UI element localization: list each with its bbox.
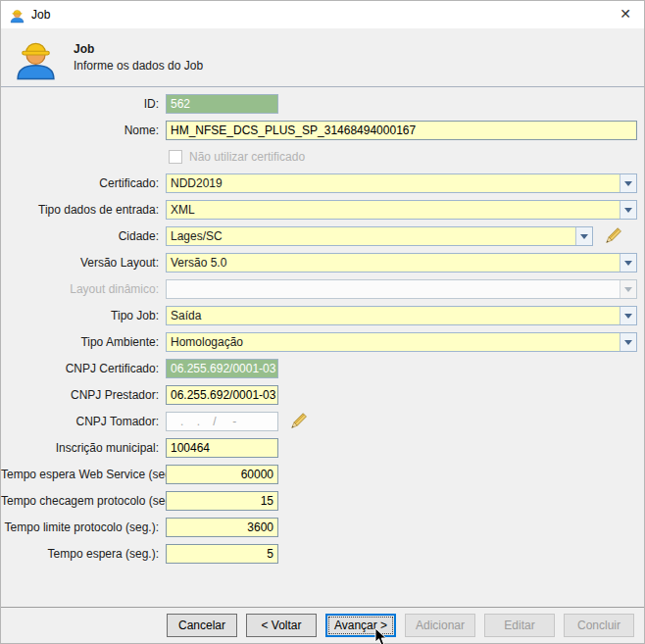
tempo-espera-input[interactable]: 5 xyxy=(166,544,278,564)
cidade-label: Cidade: xyxy=(1,229,166,243)
id-value: 562 xyxy=(171,97,190,111)
tempo-checagem-value: 15 xyxy=(171,494,273,508)
form-row-tempo-espera-ws: Tempo espera Web Service (seg.): 60000 xyxy=(1,465,644,484)
tipo-job-value: Saída xyxy=(171,309,201,322)
nao-utilizar-certificado-checkbox xyxy=(169,150,182,164)
job-form: ID: 562 Nome: HM_NFSE_DCS_PLUS_SP_314684… xyxy=(1,87,644,564)
tempo-espera-ws-label: Tempo espera Web Service (seg.): xyxy=(1,468,166,481)
form-row-cnpj-certificado: CNPJ Certificado: 06.255.692/0001-03 xyxy=(1,359,644,378)
job-dialog: Job ✕ Job Informe os dados do Job ID: 56… xyxy=(0,0,645,644)
chevron-down-icon[interactable] xyxy=(620,254,636,272)
form-row-tipo-dados: Tipo dados de entrada: XML xyxy=(1,200,644,220)
wizard-header: Job Informe os dados do Job xyxy=(1,28,644,87)
cancel-button[interactable]: Cancelar xyxy=(167,614,237,637)
chevron-down-icon[interactable] xyxy=(620,333,636,351)
cnpj-tomador-label: CNPJ Tomador: xyxy=(1,415,166,428)
form-row-cnpj-prestador: CNPJ Prestador: 06.255.692/0001-03 xyxy=(1,385,644,405)
tipo-dados-value: XML xyxy=(171,203,195,217)
nome-label: Nome: xyxy=(1,124,166,137)
inscricao-municipal-label: Inscrição municipal: xyxy=(1,441,166,455)
worker-icon xyxy=(12,33,60,82)
form-row-tempo-checagem: Tempo checagem protocolo (seg.): 15 xyxy=(1,491,644,511)
chevron-down-icon[interactable] xyxy=(620,307,636,324)
tipo-dados-label: Tipo dados de entrada: xyxy=(1,203,166,217)
nome-value: HM_NFSE_DCS_PLUS_SP_31468494000167 xyxy=(171,124,416,137)
tempo-espera-ws-input[interactable]: 60000 xyxy=(166,465,278,484)
form-row-checkbox: Não utilizar certificado xyxy=(1,147,644,167)
id-field: 562 xyxy=(166,94,278,114)
nome-input[interactable]: HM_NFSE_DCS_PLUS_SP_31468494000167 xyxy=(166,121,637,140)
chevron-down-icon[interactable] xyxy=(575,227,592,245)
title-bar: Job ✕ xyxy=(1,1,644,28)
cnpj-certificado-label: CNPJ Certificado: xyxy=(1,362,166,375)
worker-icon xyxy=(9,7,25,24)
edit-button: Editar xyxy=(484,614,555,637)
edit-pencil-icon[interactable] xyxy=(287,411,309,432)
form-row-nome: Nome: HM_NFSE_DCS_PLUS_SP_31468494000167 xyxy=(1,121,644,140)
tempo-espera-ws-value: 60000 xyxy=(171,468,273,481)
tempo-espera-label: Tempo espera (seg.): xyxy=(1,547,166,561)
tempo-limite-input[interactable]: 3600 xyxy=(166,518,278,537)
cnpj-certificado-field: 06.255.692/0001-03 xyxy=(166,359,278,378)
header-subtitle: Informe os dados do Job xyxy=(74,59,203,73)
certificado-value: NDD2019 xyxy=(171,176,223,190)
tempo-limite-value: 3600 xyxy=(171,520,273,534)
certificado-select[interactable]: NDD2019 xyxy=(166,173,637,193)
tempo-checagem-label: Tempo checagem protocolo (seg.): xyxy=(1,494,166,508)
form-row-cnpj-tomador: CNPJ Tomador: . . / - xyxy=(1,412,644,431)
form-row-tempo-espera: Tempo espera (seg.): 5 xyxy=(1,544,644,564)
cidade-select[interactable]: Lages/SC xyxy=(166,226,593,246)
versao-layout-label: Versão Layout: xyxy=(1,256,166,270)
form-row-tipo-ambiente: Tipo Ambiente: Homologação xyxy=(1,332,644,352)
tempo-espera-value: 5 xyxy=(171,547,273,561)
id-label: ID: xyxy=(1,97,166,111)
form-row-certificado: Certificado: NDD2019 xyxy=(1,173,644,193)
back-button[interactable]: < Voltar xyxy=(246,614,317,637)
nao-utilizar-certificado-label: Não utilizar certificado xyxy=(189,150,305,164)
versao-layout-value: Versão 5.0 xyxy=(171,256,226,270)
button-bar: Cancelar < Voltar Avançar > Adicionar Ed… xyxy=(1,607,644,643)
form-row-tipo-job: Tipo Job: Saída xyxy=(1,306,644,325)
cnpj-tomador-input: . . / - xyxy=(166,412,278,431)
tipo-job-select[interactable]: Saída xyxy=(166,306,637,325)
tipo-ambiente-select[interactable]: Homologação xyxy=(166,332,637,352)
tipo-ambiente-value: Homologação xyxy=(171,335,243,349)
tipo-dados-select[interactable]: XML xyxy=(166,200,637,220)
cnpj-tomador-value: . . / - xyxy=(171,415,236,428)
close-icon[interactable]: ✕ xyxy=(620,6,631,22)
certificado-label: Certificado: xyxy=(1,176,166,190)
inscricao-municipal-input[interactable]: 100464 xyxy=(166,438,278,458)
edit-pencil-icon[interactable] xyxy=(602,225,623,247)
versao-layout-select[interactable]: Versão 5.0 xyxy=(166,253,637,272)
inscricao-municipal-value: 100464 xyxy=(171,441,210,455)
layout-dinamico-label: Layout dinâmico: xyxy=(1,282,166,296)
form-row-layout-dinamico: Layout dinâmico: xyxy=(1,279,644,299)
form-row-versao-layout: Versão Layout: Versão 5.0 xyxy=(1,253,644,272)
next-button[interactable]: Avançar > xyxy=(325,614,396,637)
form-row-tempo-limite: Tempo limite protocolo (seg.): 3600 xyxy=(1,518,644,537)
chevron-down-icon[interactable] xyxy=(620,201,636,219)
layout-dinamico-select xyxy=(166,279,637,299)
tipo-job-label: Tipo Job: xyxy=(1,309,166,322)
cnpj-certificado-value: 06.255.692/0001-03 xyxy=(171,362,275,375)
cidade-value: Lages/SC xyxy=(171,229,223,243)
cnpj-prestador-input[interactable]: 06.255.692/0001-03 xyxy=(166,385,278,405)
chevron-down-icon xyxy=(620,280,636,298)
finish-button: Concluir xyxy=(564,614,634,637)
add-button: Adicionar xyxy=(405,614,475,637)
cnpj-prestador-label: CNPJ Prestador: xyxy=(1,388,166,402)
cnpj-prestador-value: 06.255.692/0001-03 xyxy=(171,388,275,402)
form-row-cidade: Cidade: Lages/SC xyxy=(1,226,644,246)
chevron-down-icon[interactable] xyxy=(620,174,636,192)
header-title: Job xyxy=(74,42,203,56)
tempo-limite-label: Tempo limite protocolo (seg.): xyxy=(1,520,166,534)
window-title: Job xyxy=(31,8,50,22)
tempo-checagem-input[interactable]: 15 xyxy=(166,491,278,511)
form-row-inscricao-municipal: Inscrição municipal: 100464 xyxy=(1,438,644,458)
tipo-ambiente-label: Tipo Ambiente: xyxy=(1,335,166,349)
form-row-id: ID: 562 xyxy=(1,94,644,114)
